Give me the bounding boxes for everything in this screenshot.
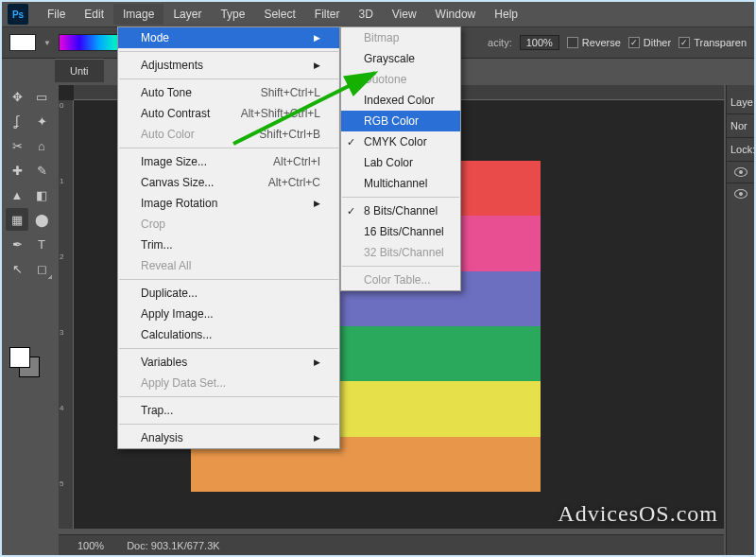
- zoom-level[interactable]: 100%: [77, 540, 104, 551]
- ruler-vertical: 012345: [59, 100, 74, 529]
- dither-checkbox[interactable]: ✓Dither: [628, 37, 671, 48]
- toolbox: ✥ ▭ ʆ ✦ ✂ ⌂ ✚ ✎ ▲ ◧ ▦ ⬤ ✒ T ↖ ◻: [6, 85, 53, 280]
- submenu-mode-dropdown: BitmapGrayscaleDuotoneIndexed ColorRGB C…: [340, 26, 461, 291]
- menuitem-variables[interactable]: Variables▶: [118, 352, 339, 373]
- menuitem-reveal-all: Reveal All: [118, 255, 339, 276]
- magic-wand-tool[interactable]: ✦: [30, 110, 53, 132]
- blend-mode[interactable]: Nor: [727, 113, 754, 137]
- layers-panel: Laye Nor Lock:: [726, 85, 754, 555]
- menu-file[interactable]: File: [38, 4, 75, 25]
- panel-title: Laye: [727, 91, 754, 113]
- modeitem-color-table: Color Table...: [341, 270, 460, 290]
- submenu-arrow-icon: ▶: [314, 61, 320, 70]
- menu-layer[interactable]: Layer: [163, 4, 211, 25]
- type-tool[interactable]: T: [30, 233, 53, 255]
- modeitem-rgb-color[interactable]: RGB Color: [341, 111, 460, 131]
- modeitem-8-bits-channel[interactable]: ✓8 Bits/Channel: [341, 200, 460, 221]
- modeitem-duotone: Duotone: [341, 69, 460, 90]
- menuitem-canvas-size[interactable]: Canvas Size...Alt+Ctrl+C: [118, 172, 339, 193]
- document-tab[interactable]: Unti: [55, 59, 104, 82]
- eyedropper-tool[interactable]: ⌂: [30, 134, 53, 157]
- modeitem-cmyk-color[interactable]: ✓CMYK Color: [341, 131, 460, 152]
- menu-edit[interactable]: Edit: [75, 4, 113, 25]
- menuitem-mode[interactable]: Mode▶: [118, 27, 339, 48]
- move-tool[interactable]: ✥: [6, 85, 28, 108]
- brush-tool[interactable]: ✎: [30, 159, 53, 182]
- menuitem-auto-contrast[interactable]: Auto ContrastAlt+Shift+Ctrl+L: [118, 103, 339, 124]
- menu-image[interactable]: Image: [113, 4, 163, 25]
- menuitem-image-size[interactable]: Image Size...Alt+Ctrl+I: [118, 151, 339, 172]
- menuitem-apply-data-set: Apply Data Set...: [118, 373, 339, 393]
- menu-select[interactable]: Select: [254, 4, 304, 25]
- menu-filter[interactable]: Filter: [305, 4, 350, 25]
- menuitem-trim[interactable]: Trim...: [118, 235, 339, 255]
- app-logo: Ps: [8, 4, 28, 25]
- menuitem-image-rotation[interactable]: Image Rotation▶: [118, 193, 339, 214]
- pen-tool[interactable]: ✒: [6, 233, 28, 255]
- dropdown-arrow-icon[interactable]: ▼: [43, 39, 51, 47]
- shape-tool[interactable]: ◻: [30, 257, 53, 280]
- opacity-label: acity:: [488, 37, 512, 48]
- transparency-checkbox[interactable]: ✓Transparen: [679, 37, 747, 48]
- modeitem-indexed-color[interactable]: Indexed Color: [341, 90, 460, 111]
- menubar: Ps FileEditImageLayerTypeSelectFilter3DV…: [2, 2, 754, 26]
- modeitem-lab-color[interactable]: Lab Color: [341, 152, 460, 173]
- menu-image-dropdown: Mode▶Adjustments▶Auto ToneShift+Ctrl+LAu…: [117, 26, 340, 449]
- menuitem-auto-color: Auto ColorShift+Ctrl+B: [118, 124, 339, 145]
- menuitem-apply-image[interactable]: Apply Image...: [118, 304, 339, 324]
- crop-tool[interactable]: ✂: [6, 134, 28, 157]
- modeitem-16-bits-channel[interactable]: 16 Bits/Channel: [341, 221, 460, 242]
- modeitem-multichannel[interactable]: Multichannel: [341, 173, 460, 194]
- eraser-tool[interactable]: ◧: [30, 183, 53, 206]
- lasso-tool[interactable]: ʆ: [6, 110, 28, 132]
- marquee-tool[interactable]: ▭: [30, 85, 53, 108]
- modeitem-32-bits-channel: 32 Bits/Channel: [341, 242, 460, 263]
- reverse-checkbox[interactable]: Reverse: [567, 37, 621, 48]
- gradient-tool[interactable]: ▦: [6, 208, 28, 231]
- submenu-arrow-icon: ▶: [314, 33, 320, 43]
- foreground-swatch[interactable]: [9, 34, 36, 51]
- check-icon: ✓: [347, 136, 355, 148]
- path-tool[interactable]: ↖: [6, 257, 28, 280]
- menuitem-adjustments[interactable]: Adjustments▶: [118, 55, 339, 76]
- modeitem-bitmap: Bitmap: [341, 27, 460, 48]
- menuitem-duplicate[interactable]: Duplicate...: [118, 283, 339, 304]
- menu-window[interactable]: Window: [426, 4, 486, 25]
- menuitem-auto-tone[interactable]: Auto ToneShift+Ctrl+L: [118, 82, 339, 103]
- menuitem-trap[interactable]: Trap...: [118, 400, 339, 421]
- stamp-tool[interactable]: ▲: [6, 183, 28, 206]
- visibility-eye-icon[interactable]: [734, 189, 747, 199]
- menu-help[interactable]: Help: [485, 4, 527, 25]
- menuitem-calculations[interactable]: Calculations...: [118, 324, 339, 345]
- submenu-arrow-icon: ▶: [314, 199, 320, 208]
- menu-type[interactable]: Type: [211, 4, 254, 25]
- healing-tool[interactable]: ✚: [6, 159, 28, 182]
- document-size: Doc: 903.1K/677.3K: [127, 540, 219, 551]
- check-icon: ✓: [347, 205, 355, 218]
- lock-label: Lock:: [727, 137, 754, 161]
- visibility-eye-icon[interactable]: [734, 167, 747, 177]
- menuitem-analysis[interactable]: Analysis▶: [118, 427, 339, 448]
- menuitem-crop: Crop: [118, 214, 339, 235]
- menu-view[interactable]: View: [383, 4, 426, 25]
- opacity-value[interactable]: 100%: [520, 35, 559, 50]
- submenu-arrow-icon: ▶: [314, 357, 320, 367]
- menu-3d[interactable]: 3D: [349, 4, 382, 25]
- blur-tool[interactable]: ⬤: [30, 208, 53, 231]
- modeitem-grayscale[interactable]: Grayscale: [341, 48, 460, 69]
- submenu-arrow-icon: ▶: [314, 433, 320, 443]
- status-bar: 100% Doc: 903.1K/677.3K: [59, 534, 724, 555]
